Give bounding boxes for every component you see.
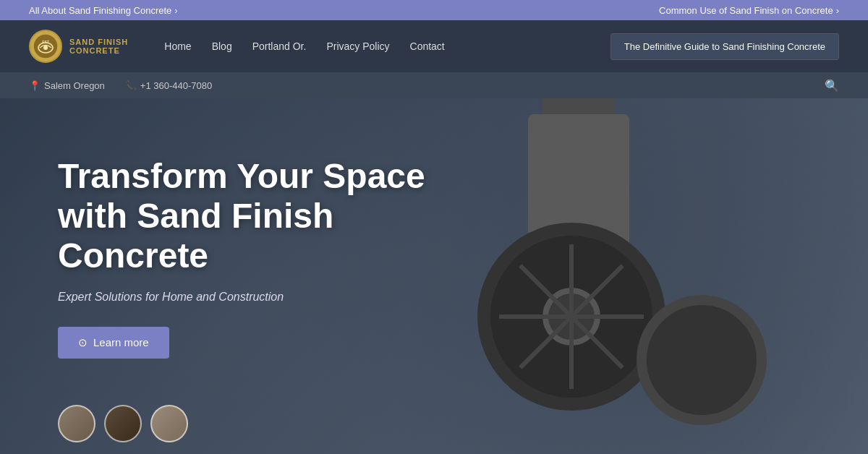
hero-section: Transform Your Space with Sand Finish Co… <box>0 98 868 454</box>
location-item: 📍 Salem Oregon <box>29 80 105 91</box>
location-text: Salem Oregon <box>44 80 105 91</box>
nav-link-blog[interactable]: Blog <box>212 40 232 52</box>
nav-cta-button[interactable]: The Definitive Guide to Sand Finishing C… <box>610 33 839 60</box>
hero-thumbnails <box>58 405 188 442</box>
thumbnail-2[interactable] <box>104 405 142 442</box>
nav-link-portland[interactable]: Portland Or. <box>252 40 307 52</box>
search-button[interactable]: 🔍 <box>825 79 839 93</box>
learn-more-label: Learn more <box>93 336 149 348</box>
announcement-right-arrow: › <box>836 5 839 16</box>
logo-brand-line2: CONCRETE <box>69 46 128 55</box>
logo-text: SAND FINISH CONCRETE <box>69 38 128 55</box>
nav-link-home[interactable]: Home <box>164 40 191 52</box>
phone-item[interactable]: 📞 +1 360-440-7080 <box>125 80 212 91</box>
main-wheel <box>477 223 665 411</box>
spoke-5 <box>499 314 571 319</box>
logo-brand-line1: SAND FINISH <box>69 38 128 46</box>
learn-more-button[interactable]: ⊙ Learn more <box>58 327 169 359</box>
learn-more-icon: ⊙ <box>78 336 88 349</box>
announcement-right-text: Common Use of Sand Finish on Concrete <box>659 5 833 16</box>
announcement-left-text: All About Sand Finishing Concrete <box>29 5 171 16</box>
svg-point-3 <box>43 46 48 50</box>
hero-content: Transform Your Space with Sand Finish Co… <box>58 156 434 359</box>
thumbnail-1[interactable] <box>58 405 95 442</box>
nav-link-privacy[interactable]: Privacy Policy <box>326 40 389 52</box>
main-nav: EST SAND FINISH CONCRETE Home Blog Portl… <box>0 20 868 72</box>
spoke-3 <box>569 317 574 389</box>
thumbnail-3[interactable] <box>150 405 188 442</box>
phone-icon: 📞 <box>125 80 137 91</box>
announcement-left-arrow: › <box>174 5 177 16</box>
logo-link[interactable]: EST SAND FINISH CONCRETE <box>29 30 128 63</box>
sub-nav: 📍 Salem Oregon 📞 +1 360-440-7080 🔍 <box>0 72 868 98</box>
announcement-bar: All About Sand Finishing Concrete › Comm… <box>0 0 868 20</box>
nav-links: Home Blog Portland Or. Privacy Policy Co… <box>164 40 444 52</box>
announcement-left-link[interactable]: All About Sand Finishing Concrete › <box>29 5 178 16</box>
logo-icon: EST <box>29 30 62 63</box>
spoke-1 <box>571 314 644 319</box>
hero-subtitle: Expert Solutions for Home and Constructi… <box>58 291 434 304</box>
secondary-wheel <box>637 295 767 425</box>
spoke-7 <box>569 244 574 317</box>
hero-title: Transform Your Space with Sand Finish Co… <box>58 156 434 276</box>
phone-text: +1 360-440-7080 <box>140 80 212 91</box>
search-icon: 🔍 <box>825 80 839 92</box>
logo-svg: EST <box>33 33 59 59</box>
announcement-right-link[interactable]: Common Use of Sand Finish on Concrete › <box>659 5 839 16</box>
nav-link-contact[interactable]: Contact <box>410 40 445 52</box>
location-icon: 📍 <box>29 80 41 91</box>
sub-nav-left: 📍 Salem Oregon 📞 +1 360-440-7080 <box>29 80 212 91</box>
